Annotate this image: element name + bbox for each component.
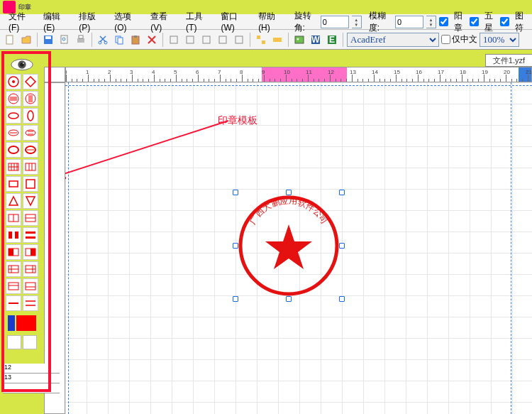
stamp-template-arc1[interactable]: [6, 125, 21, 141]
menu-options[interactable]: 选项(O): [110, 9, 143, 34]
font-select[interactable]: AcadEref: [347, 33, 439, 47]
ruler-num: 20: [504, 69, 510, 75]
menu-window[interactable]: 窗口(W): [216, 9, 251, 34]
word-icon[interactable]: W: [309, 33, 323, 47]
handle-bl[interactable]: [233, 296, 238, 302]
save-icon[interactable]: [41, 33, 55, 47]
stamp-template-oval-v[interactable]: [23, 108, 38, 124]
stamp-template-thick2[interactable]: [23, 142, 38, 158]
menu-tools[interactable]: 工具(T): [182, 9, 214, 34]
stamp-template-lay1[interactable]: [6, 210, 21, 226]
stamp-template-spv2[interactable]: [23, 244, 38, 260]
excel-icon[interactable]: E: [325, 33, 339, 47]
svg-point-22: [297, 38, 299, 40]
stamp-template-rect2[interactable]: [23, 176, 38, 192]
svg-rect-57: [9, 283, 18, 290]
align1-icon[interactable]: [167, 33, 181, 47]
new-icon[interactable]: [3, 33, 17, 47]
pic-icon[interactable]: [292, 33, 306, 47]
stamp-template-rect1[interactable]: [6, 176, 21, 192]
svg-point-32: [12, 80, 15, 83]
svg-rect-3: [61, 36, 67, 43]
handle-bc[interactable]: [286, 296, 292, 302]
paste-icon[interactable]: [128, 33, 143, 47]
stamp-template-la[interactable]: [6, 261, 21, 277]
align4-icon[interactable]: [216, 33, 230, 47]
handle-br[interactable]: [339, 296, 345, 302]
cut-icon[interactable]: [96, 33, 110, 47]
svg-rect-44: [26, 180, 35, 188]
ruler-corner: [44, 67, 65, 82]
annotation-label: 印章模板: [218, 114, 257, 127]
stamp-template-arc2[interactable]: [23, 125, 38, 141]
stamp-template-spv1[interactable]: [6, 244, 21, 260]
swatch-blue[interactable]: [8, 315, 15, 331]
document-tab[interactable]: 文件1.yzf: [485, 54, 532, 67]
svg-point-30: [23, 62, 24, 64]
handle-mr[interactable]: [339, 243, 345, 249]
stamp-template-diamond[interactable]: [23, 74, 38, 89]
align5-icon[interactable]: [232, 33, 246, 47]
menu-help[interactable]: 帮助(H): [254, 9, 287, 34]
menu-bar: 文件(F) 编辑(E) 排版(P) 选项(O) 查看(V) 工具(T) 窗口(W…: [0, 14, 532, 30]
stamp-template-line2[interactable]: [23, 295, 38, 311]
stamp-template-vlines[interactable]: [23, 91, 38, 107]
stamp-template-sph2[interactable]: [23, 227, 38, 243]
open-icon[interactable]: [19, 33, 33, 47]
svg-text:W: W: [311, 35, 320, 45]
palette-bottom-icon1[interactable]: [7, 335, 21, 349]
stamp-template-tri2[interactable]: [23, 193, 38, 209]
stamp-template-hlines[interactable]: [6, 91, 21, 107]
stamp-object[interactable]: 广西大鹏应用软件公司: [235, 192, 342, 299]
canvas[interactable]: 印章模板 广西大鹏应用软件公司: [65, 82, 532, 414]
menu-view[interactable]: 查看(V): [146, 9, 179, 34]
ungroup-icon[interactable]: [270, 33, 284, 47]
svg-rect-10: [118, 38, 123, 44]
palette-bottom-icon2[interactable]: [23, 335, 37, 349]
handle-tc[interactable]: [286, 190, 292, 195]
svg-rect-18: [257, 36, 260, 39]
ruler-num: 21: [526, 69, 532, 75]
delete-icon[interactable]: [145, 33, 159, 47]
stamp-template-lb[interactable]: [23, 261, 38, 277]
align3-icon[interactable]: [199, 33, 214, 47]
stamp-template-thick1[interactable]: [6, 142, 21, 158]
stamp-template-lay2[interactable]: [23, 210, 38, 226]
stamp-text: 广西大鹏应用软件公司: [248, 195, 330, 226]
stamp-template-oval-h[interactable]: [6, 108, 21, 124]
cb-yang[interactable]: 阳章: [439, 9, 467, 36]
ruler-horizontal[interactable]: 0123456789101112131415161718192021: [65, 67, 532, 82]
stamp-template-line1[interactable]: [6, 295, 21, 311]
handle-ml[interactable]: [233, 243, 238, 249]
stamp-template-tri1[interactable]: [6, 193, 21, 209]
stamp-template-grid2[interactable]: [23, 159, 38, 175]
stamp-template-grid1[interactable]: [6, 159, 21, 175]
svg-rect-19: [262, 40, 265, 44]
cb-star[interactable]: 五星: [470, 9, 497, 36]
blur-spinner[interactable]: ▲▼: [426, 16, 436, 28]
zoom-select[interactable]: 100%: [480, 33, 519, 47]
stamp-template-ld[interactable]: [23, 278, 38, 294]
stamp-template-circle[interactable]: [6, 74, 21, 89]
cb-chinese-only[interactable]: 仅中文: [441, 33, 477, 45]
align2-icon[interactable]: [183, 33, 197, 47]
menu-layout[interactable]: 排版(P): [74, 9, 107, 34]
swatch-red[interactable]: [16, 315, 36, 331]
stamp-template-lc[interactable]: [6, 278, 21, 294]
cb-tufu[interactable]: 图符: [500, 9, 528, 36]
handle-tl[interactable]: [233, 190, 238, 195]
rotate-input[interactable]: [321, 16, 349, 28]
menu-edit[interactable]: 编辑(E): [39, 9, 72, 34]
menu-file[interactable]: 文件(F): [4, 9, 36, 34]
preview-icon[interactable]: [57, 33, 72, 47]
ruler-area: 0123456789101112131415161718192021: [44, 67, 532, 82]
copy-icon[interactable]: [112, 33, 126, 47]
stamp-template-sph1[interactable]: [6, 227, 21, 243]
handle-tr[interactable]: [339, 190, 345, 195]
blur-input[interactable]: [395, 16, 423, 28]
svg-rect-6: [79, 36, 83, 38]
print-icon[interactable]: [74, 33, 88, 47]
group-icon[interactable]: [254, 33, 268, 47]
eye-icon[interactable]: [8, 57, 36, 72]
rotate-spinner[interactable]: ▲▼: [352, 16, 362, 28]
